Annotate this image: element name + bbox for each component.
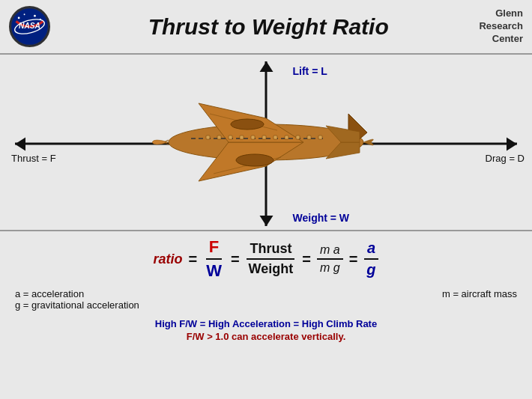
definitions-area: a = acceleration g = gravitational accel…: [0, 284, 532, 315]
weight-denominator: Weight: [246, 260, 297, 277]
airplane-graphic: [139, 91, 393, 196]
svg-rect-13: [206, 135, 210, 139]
weight-label: Weight = W: [293, 212, 350, 224]
eq3: =: [302, 251, 311, 268]
svg-rect-23: [318, 135, 322, 139]
eq4: =: [349, 251, 358, 268]
eq1: =: [188, 251, 197, 268]
svg-rect-19: [273, 135, 277, 139]
mg-denominator: m g: [317, 260, 343, 275]
svg-rect-22: [307, 135, 311, 139]
fraction-ma-mg: m a m g: [317, 243, 343, 275]
fraction-fw: F W: [203, 237, 225, 281]
diagram-area: Lift = L Weight = W Thrust = F Drag = D: [0, 58, 532, 230]
svg-rect-21: [296, 135, 300, 139]
def-left: a = acceleration g = gravitational accel…: [15, 288, 139, 311]
svg-rect-16: [240, 135, 244, 139]
svg-rect-18: [262, 135, 266, 139]
thrust-label: Thrust = F: [11, 153, 56, 164]
glenn-line1: Glenn: [479, 7, 523, 20]
ratio-text: ratio: [153, 252, 182, 266]
thrust-numerator: Thrust: [247, 241, 294, 260]
a-numerator: a: [364, 240, 378, 260]
ratio-label: ratio: [153, 252, 182, 267]
highlight-line-1: High F/W = High Acceleration = High Clim…: [0, 315, 532, 331]
f-numerator: F: [206, 237, 222, 260]
lift-label: Lift = L: [293, 65, 327, 77]
g-denominator: g: [363, 260, 378, 278]
glenn-line3: Center: [479, 33, 523, 46]
glenn-label: Glenn Research Center: [479, 7, 523, 46]
ma-numerator: m a: [317, 243, 343, 260]
title-text: Thrust to Weight Ratio: [148, 14, 389, 39]
m-definition: m = aircraft mass: [442, 288, 517, 299]
glenn-line2: Research: [479, 20, 523, 33]
svg-point-10: [236, 154, 273, 166]
a-definition: a = acceleration: [15, 288, 139, 299]
highlight-line-2: F/W > 1.0 can accelerate vertically.: [0, 331, 532, 345]
page-container: NASA Thrust to Weight Ratio Glenn Resear…: [0, 0, 532, 399]
svg-point-11: [231, 119, 264, 130]
svg-rect-15: [229, 135, 232, 139]
svg-point-1: [18, 17, 20, 19]
drag-label: Drag = D: [486, 153, 525, 164]
equation-row: ratio = F W = Thrust Weight = m a m g =: [15, 237, 517, 281]
def-right: m = aircraft mass: [442, 288, 517, 311]
fraction-a-g: a g: [363, 240, 378, 278]
equation-area: ratio = F W = Thrust Weight = m a m g =: [0, 230, 532, 284]
svg-rect-17: [251, 135, 255, 139]
svg-point-2: [24, 13, 25, 15]
header: NASA Thrust to Weight Ratio Glenn Resear…: [0, 0, 532, 55]
w-denominator: W: [203, 260, 225, 281]
svg-rect-14: [217, 135, 221, 139]
g-definition: g = gravitational acceleration: [15, 299, 139, 311]
fraction-thrust-weight: Thrust Weight: [246, 241, 297, 277]
nasa-logo: NASA: [9, 6, 50, 47]
svg-rect-20: [285, 135, 288, 139]
page-title: Thrust to Weight Ratio: [50, 14, 479, 40]
eq2: =: [231, 251, 240, 268]
svg-point-3: [34, 15, 36, 17]
